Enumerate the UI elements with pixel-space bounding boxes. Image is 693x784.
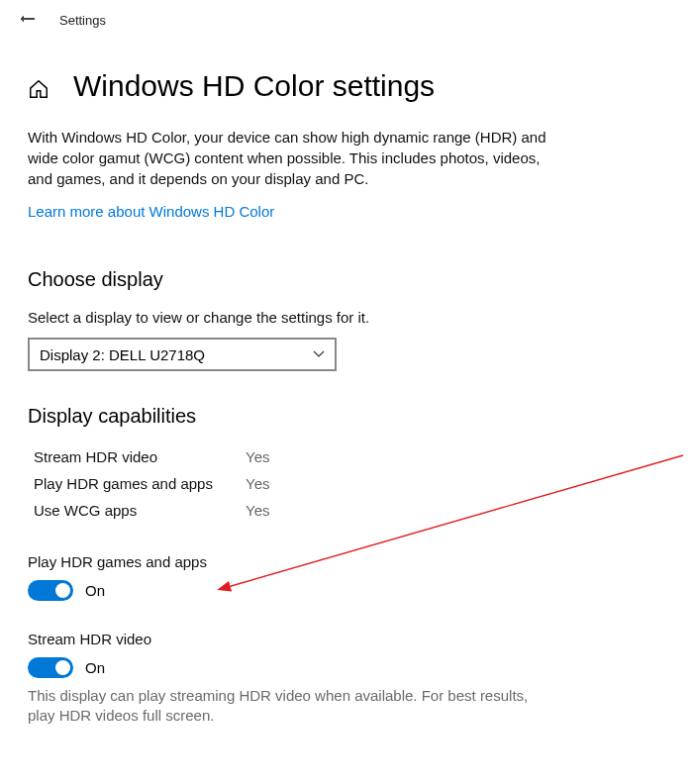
topbar-title: Settings: [59, 13, 106, 28]
topbar: 🠔 Settings: [0, 0, 693, 40]
chevron-down-icon: [313, 347, 325, 361]
capability-label: Use WCG apps: [34, 497, 246, 524]
choose-display-heading: Choose display: [28, 268, 665, 291]
stream-hdr-label: Stream HDR video: [28, 631, 665, 647]
stream-hdr-state: On: [85, 659, 105, 676]
toggle-knob: [55, 583, 70, 598]
toggle-knob: [55, 660, 70, 675]
play-hdr-label: Play HDR games and apps: [28, 553, 665, 570]
play-hdr-toggle-row: On: [28, 580, 665, 601]
stream-hdr-toggle[interactable]: [28, 657, 73, 678]
capability-value: Yes: [246, 470, 269, 497]
stream-hdr-note: This display can play streaming HDR vide…: [28, 686, 543, 727]
choose-display-instruction: Select a display to view or change the s…: [28, 309, 665, 326]
content: Windows HD Color settings With Windows H…: [0, 40, 693, 727]
intro-text: With Windows HD Color, your device can s…: [28, 127, 562, 189]
learn-more-link[interactable]: Learn more about Windows HD Color: [28, 203, 274, 220]
capability-value: Yes: [246, 497, 269, 524]
capability-row: Play HDR games and apps Yes: [34, 470, 665, 497]
display-dropdown[interactable]: Display 2: DELL U2718Q: [28, 338, 337, 371]
title-row: Windows HD Color settings: [28, 69, 665, 103]
capabilities-heading: Display capabilities: [28, 405, 665, 428]
back-arrow-icon[interactable]: 🠔: [20, 11, 36, 29]
play-hdr-state: On: [85, 582, 105, 599]
capability-label: Stream HDR video: [34, 443, 246, 470]
capability-label: Play HDR games and apps: [34, 470, 246, 497]
display-dropdown-value: Display 2: DELL U2718Q: [40, 346, 205, 363]
play-hdr-toggle[interactable]: [28, 580, 73, 601]
capability-row: Use WCG apps Yes: [34, 497, 665, 524]
capability-row: Stream HDR video Yes: [34, 443, 665, 470]
capability-value: Yes: [246, 443, 269, 470]
home-icon[interactable]: [28, 78, 50, 100]
capabilities-table: Stream HDR video Yes Play HDR games and …: [34, 443, 665, 524]
stream-hdr-toggle-row: On: [28, 657, 665, 678]
page-title: Windows HD Color settings: [73, 69, 435, 103]
